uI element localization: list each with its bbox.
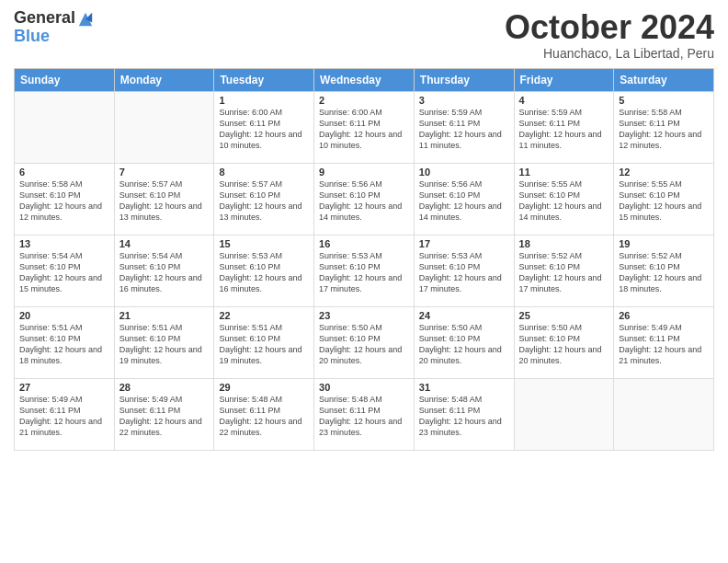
calendar-week-row: 6Sunrise: 5:58 AM Sunset: 6:10 PM Daylig… [15,163,714,235]
day-number: 17 [419,238,509,249]
day-number: 7 [119,167,210,178]
table-row: 2Sunrise: 6:00 AM Sunset: 6:11 PM Daylig… [314,91,415,163]
calendar-week-row: 1Sunrise: 6:00 AM Sunset: 6:11 PM Daylig… [15,91,714,163]
day-info: Sunrise: 5:55 AM Sunset: 6:10 PM Dayligh… [519,178,609,224]
header: General Blue October 2024 Huanchaco, La … [14,9,714,61]
calendar-week-row: 20Sunrise: 5:51 AM Sunset: 6:10 PM Dayli… [15,306,714,378]
day-number: 20 [19,310,109,321]
day-number: 18 [519,238,609,249]
day-info: Sunrise: 5:52 AM Sunset: 6:10 PM Dayligh… [619,250,709,295]
logo: General Blue [14,9,94,46]
logo-general: General [14,9,75,28]
table-row: 8Sunrise: 5:57 AM Sunset: 6:10 PM Daylig… [214,163,314,235]
day-number: 28 [119,382,210,393]
day-number: 24 [419,310,509,321]
table-row: 10Sunrise: 5:56 AM Sunset: 6:10 PM Dayli… [414,163,514,235]
day-number: 10 [419,167,509,178]
page: General Blue October 2024 Huanchaco, La … [0,0,728,563]
calendar-header-row: Sunday Monday Tuesday Wednesday Thursday… [15,68,714,91]
table-row: 28Sunrise: 5:49 AM Sunset: 6:11 PM Dayli… [114,378,214,450]
table-row: 30Sunrise: 5:48 AM Sunset: 6:11 PM Dayli… [314,378,415,450]
table-row: 17Sunrise: 5:53 AM Sunset: 6:10 PM Dayli… [414,235,514,306]
day-number: 11 [519,167,609,178]
calendar-week-row: 13Sunrise: 5:54 AM Sunset: 6:10 PM Dayli… [15,235,714,306]
table-row: 5Sunrise: 5:58 AM Sunset: 6:11 PM Daylig… [614,91,714,163]
day-info: Sunrise: 5:51 AM Sunset: 6:10 PM Dayligh… [19,322,109,367]
table-row: 29Sunrise: 5:48 AM Sunset: 6:11 PM Dayli… [214,378,314,450]
table-row: 14Sunrise: 5:54 AM Sunset: 6:10 PM Dayli… [114,235,214,306]
day-info: Sunrise: 5:54 AM Sunset: 6:10 PM Dayligh… [19,250,109,295]
day-number: 19 [619,238,709,249]
day-number: 9 [319,167,409,178]
day-info: Sunrise: 5:48 AM Sunset: 6:11 PM Dayligh… [219,394,309,439]
logo-icon [77,11,94,28]
title-block: October 2024 Huanchaco, La Libertad, Per… [505,9,714,61]
day-info: Sunrise: 5:56 AM Sunset: 6:10 PM Dayligh… [319,178,409,224]
day-number: 26 [619,310,709,321]
day-number: 14 [119,238,210,249]
day-number: 13 [19,238,109,249]
day-info: Sunrise: 5:48 AM Sunset: 6:11 PM Dayligh… [319,394,409,439]
table-row: 23Sunrise: 5:50 AM Sunset: 6:10 PM Dayli… [314,306,415,378]
day-number: 27 [19,382,109,393]
day-number: 6 [19,167,109,178]
day-number: 15 [219,238,309,249]
day-info: Sunrise: 5:49 AM Sunset: 6:11 PM Dayligh… [619,322,709,367]
day-info: Sunrise: 5:52 AM Sunset: 6:10 PM Dayligh… [519,250,609,295]
table-row: 19Sunrise: 5:52 AM Sunset: 6:10 PM Dayli… [614,235,714,306]
col-friday: Friday [514,68,614,91]
calendar-subtitle: Huanchaco, La Libertad, Peru [505,46,714,61]
table-row: 27Sunrise: 5:49 AM Sunset: 6:11 PM Dayli… [15,378,115,450]
day-number: 29 [219,382,309,393]
day-number: 8 [219,167,309,178]
col-tuesday: Tuesday [214,68,314,91]
day-info: Sunrise: 5:49 AM Sunset: 6:11 PM Dayligh… [19,394,109,439]
day-info: Sunrise: 5:59 AM Sunset: 6:11 PM Dayligh… [419,107,509,152]
col-sunday: Sunday [15,68,115,91]
logo-text: General Blue [14,9,94,46]
day-info: Sunrise: 5:50 AM Sunset: 6:10 PM Dayligh… [419,322,509,367]
day-number: 5 [619,95,709,106]
day-number: 16 [319,238,409,249]
table-row: 9Sunrise: 5:56 AM Sunset: 6:10 PM Daylig… [314,163,415,235]
day-info: Sunrise: 5:54 AM Sunset: 6:10 PM Dayligh… [119,250,210,295]
logo-blue: Blue [14,28,94,46]
day-info: Sunrise: 5:53 AM Sunset: 6:10 PM Dayligh… [219,250,309,295]
day-number: 30 [319,382,409,393]
table-row: 7Sunrise: 5:57 AM Sunset: 6:10 PM Daylig… [114,163,214,235]
table-row: 31Sunrise: 5:48 AM Sunset: 6:11 PM Dayli… [414,378,514,450]
day-number: 25 [519,310,609,321]
table-row: 18Sunrise: 5:52 AM Sunset: 6:10 PM Dayli… [514,235,614,306]
table-row: 25Sunrise: 5:50 AM Sunset: 6:10 PM Dayli… [514,306,614,378]
table-row [514,378,614,450]
day-number: 1 [219,95,309,106]
day-number: 12 [619,167,709,178]
day-info: Sunrise: 5:53 AM Sunset: 6:10 PM Dayligh… [319,250,409,295]
day-info: Sunrise: 5:50 AM Sunset: 6:10 PM Dayligh… [519,322,609,367]
table-row [15,91,115,163]
day-info: Sunrise: 5:57 AM Sunset: 6:10 PM Dayligh… [119,178,210,224]
day-info: Sunrise: 5:51 AM Sunset: 6:10 PM Dayligh… [219,322,309,367]
table-row: 16Sunrise: 5:53 AM Sunset: 6:10 PM Dayli… [314,235,415,306]
calendar-week-row: 27Sunrise: 5:49 AM Sunset: 6:11 PM Dayli… [15,378,714,450]
day-info: Sunrise: 6:00 AM Sunset: 6:11 PM Dayligh… [319,107,409,152]
col-monday: Monday [114,68,214,91]
day-info: Sunrise: 5:58 AM Sunset: 6:10 PM Dayligh… [19,178,109,224]
day-number: 23 [319,310,409,321]
day-info: Sunrise: 5:57 AM Sunset: 6:10 PM Dayligh… [219,178,309,224]
table-row: 3Sunrise: 5:59 AM Sunset: 6:11 PM Daylig… [414,91,514,163]
table-row: 22Sunrise: 5:51 AM Sunset: 6:10 PM Dayli… [214,306,314,378]
day-info: Sunrise: 5:58 AM Sunset: 6:11 PM Dayligh… [619,107,709,152]
day-info: Sunrise: 5:59 AM Sunset: 6:11 PM Dayligh… [519,107,609,152]
table-row: 20Sunrise: 5:51 AM Sunset: 6:10 PM Dayli… [15,306,115,378]
day-info: Sunrise: 5:53 AM Sunset: 6:10 PM Dayligh… [419,250,509,295]
table-row [114,91,214,163]
table-row: 6Sunrise: 5:58 AM Sunset: 6:10 PM Daylig… [15,163,115,235]
day-number: 3 [419,95,509,106]
day-info: Sunrise: 5:48 AM Sunset: 6:11 PM Dayligh… [419,394,509,439]
col-thursday: Thursday [414,68,514,91]
table-row: 1Sunrise: 6:00 AM Sunset: 6:11 PM Daylig… [214,91,314,163]
table-row: 24Sunrise: 5:50 AM Sunset: 6:10 PM Dayli… [414,306,514,378]
day-info: Sunrise: 5:50 AM Sunset: 6:10 PM Dayligh… [319,322,409,367]
calendar-table: Sunday Monday Tuesday Wednesday Thursday… [14,68,714,451]
